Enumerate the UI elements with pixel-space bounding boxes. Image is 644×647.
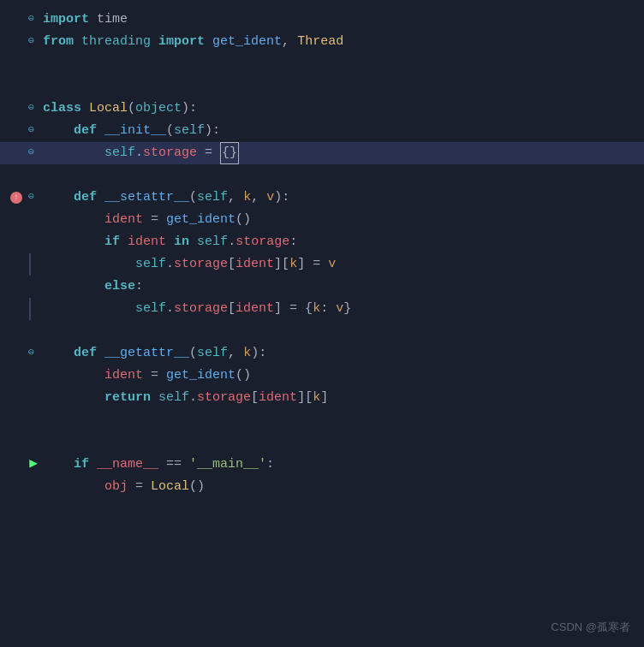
gutter: [9, 253, 43, 276]
code-line: self.storage[ident][k] = v: [0, 253, 644, 276]
code-content: obj = Local(): [43, 477, 635, 497]
code-content: [43, 432, 635, 453]
code-line: [0, 320, 644, 342]
code-line: ⊖ import time: [0, 9, 644, 31]
code-content: [43, 165, 635, 186]
code-content: self.storage[ident] = {k: v}: [43, 299, 635, 319]
code-content: return self.storage[ident][k]: [43, 388, 635, 408]
gutter: ⊖: [9, 11, 43, 27]
code-line: [0, 75, 644, 98]
code-content: else:: [43, 276, 635, 297]
code-content: ident = get_ident(): [43, 210, 635, 230]
code-line: ⊖ def __init__(self):: [0, 120, 644, 142]
fold-icon[interactable]: ⊖: [28, 145, 34, 161]
code-line: [0, 164, 644, 187]
code-line: ⊖ class Local(object):: [0, 98, 644, 120]
code-content: [43, 54, 635, 74]
code-content: if __name__ == '__main__':: [43, 454, 635, 475]
fold-icon[interactable]: ⊖: [28, 11, 34, 27]
code-line: [0, 53, 644, 75]
gutter: ⊖: [9, 345, 43, 361]
gutter: ⊖: [9, 122, 43, 139]
fold-icon[interactable]: ⊖: [28, 33, 34, 50]
code-editor: ⊖ import time ⊖ from threading import ge…: [0, 0, 644, 647]
fold-icon[interactable]: ⊖: [28, 345, 34, 361]
code-line: obj = Local(): [0, 476, 644, 498]
code-content: self.storage[ident][k] = v: [43, 254, 635, 275]
cursor: {}: [220, 142, 239, 164]
code-content: import time: [43, 9, 635, 30]
code-content: [43, 76, 635, 97]
code-content: ident = get_ident(): [43, 365, 635, 386]
gutter: ↑ ⊖: [9, 189, 43, 205]
code-content: class Local(object):: [43, 98, 635, 119]
watermark: CSDN @孤寒者: [551, 619, 630, 637]
fold-icon[interactable]: ⊖: [28, 189, 34, 205]
code-line: ⊖ from threading import get_ident, Threa…: [0, 31, 644, 53]
code-line: [0, 409, 644, 431]
run-arrow-icon[interactable]: ▶: [29, 454, 38, 476]
breakpoint-icon[interactable]: ↑: [10, 192, 22, 204]
code-line: self.storage[ident] = {k: v}: [0, 298, 644, 320]
code-line: return self.storage[ident][k]: [0, 387, 644, 409]
code-line: ▶ if __name__ == '__main__':: [0, 454, 644, 476]
code-line: ↑ ⊖ def __setattr__(self, k, v):: [0, 187, 644, 209]
code-content: if ident in self.storage:: [43, 232, 635, 252]
gutter: ⊖: [9, 33, 43, 50]
fold-icon[interactable]: ⊖: [28, 100, 34, 116]
gutter: [9, 298, 43, 320]
code-line-highlighted: ⊖ self.storage = {}: [0, 142, 644, 164]
code-line: ident = get_ident(): [0, 209, 644, 231]
code-line: [0, 431, 644, 454]
code-line: else:: [0, 276, 644, 298]
gutter: ⊖: [9, 145, 43, 161]
code-content: from threading import get_ident, Thread: [43, 32, 635, 52]
code-content: [43, 321, 635, 341]
gutter: ⊖: [9, 100, 43, 116]
code-line: if ident in self.storage:: [0, 231, 644, 253]
code-line: ident = get_ident(): [0, 365, 644, 387]
fold-icon[interactable]: ⊖: [28, 122, 34, 139]
code-line: ⊖ def __getattr__(self, k):: [0, 342, 644, 365]
gutter: ▶: [9, 454, 43, 476]
code-content: def __init__(self):: [43, 121, 635, 141]
code-content: def __getattr__(self, k):: [43, 343, 635, 364]
code-content: self.storage = {}: [43, 142, 635, 164]
code-content: [43, 410, 635, 430]
code-content: def __setattr__(self, k, v):: [43, 187, 635, 208]
